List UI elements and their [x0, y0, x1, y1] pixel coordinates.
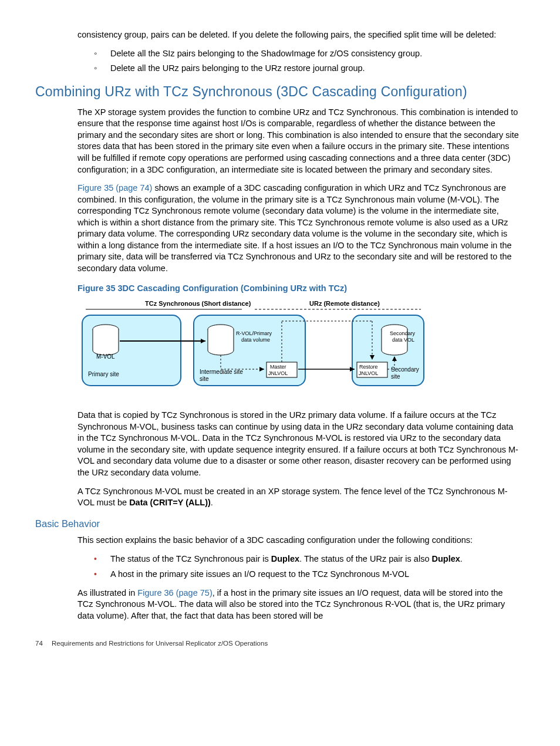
bold-text: Data (CRIT=Y (ALL)): [129, 498, 211, 507]
rvol-label: R-VOL/Primary: [236, 330, 272, 336]
intro-sublist: ◦Delete all the SIz pairs belonging to t…: [94, 48, 525, 75]
intro-para: consistency group, pairs can be deleted.…: [77, 29, 519, 41]
svg-text:Restore: Restore: [359, 364, 378, 370]
figure-caption: Figure 35 3DC Cascading Configuration (C…: [77, 283, 519, 295]
subsection-heading: Basic Behavior: [35, 517, 525, 530]
list-item: The status of the TCz Synchronous pair i…: [110, 553, 525, 565]
sublist-item: Delete all the SIz pairs belonging to th…: [110, 48, 525, 60]
bullet-list: • The status of the TCz Synchronous pair…: [94, 553, 525, 580]
figure-35-diagram: TCz Synchronous (Short distance) URz (Re…: [77, 299, 430, 401]
body-text: .: [211, 498, 213, 507]
body-text: shows an example of a 3DC cascading conf…: [77, 183, 512, 273]
intermediate-label: Intermediate site: [200, 369, 243, 375]
page-footer: 74 Requirements and Restrictions for Uni…: [35, 639, 525, 649]
secondary-site-label: Secondary: [391, 366, 419, 373]
svg-text:data volume: data volume: [241, 337, 270, 343]
svg-text:Secondary: Secondary: [390, 330, 416, 336]
figure-link[interactable]: Figure 36 (page 75): [137, 588, 212, 598]
svg-text:site: site: [200, 376, 209, 382]
svg-text:JNLVOL: JNLVOL: [359, 370, 378, 376]
svg-text:Master: Master: [270, 364, 286, 370]
svg-text:data VOL: data VOL: [392, 337, 414, 343]
list-item: A host in the primary site issues an I/O…: [110, 569, 525, 580]
body-para: This section explains the basic behavior…: [77, 535, 519, 546]
svg-text:JNLVOL: JNLVOL: [268, 370, 288, 376]
body-para: The XP storage system provides the funct…: [77, 107, 519, 175]
bullet-icon: •: [94, 569, 110, 580]
footer-title: Requirements and Restrictions for Univer…: [52, 639, 268, 649]
tcz-label: TCz Synchronous (Short distance): [145, 300, 251, 307]
body-text: As illustrated in: [77, 588, 137, 598]
page-number: 74: [35, 639, 52, 649]
ring-bullet-icon: ◦: [94, 48, 110, 60]
section-heading: Combining URz with TCz Synchronous (3DC …: [35, 83, 525, 101]
sublist-item: Delete all the URz pairs belonging to th…: [110, 63, 525, 75]
mvol-label: M-VOL: [96, 353, 115, 360]
body-para: Figure 35 (page 74) shows an example of …: [77, 183, 519, 275]
primary-site-label: Primary site: [88, 371, 119, 377]
ring-bullet-icon: ◦: [94, 63, 110, 75]
figure-link[interactable]: Figure 35 (page 74): [77, 183, 152, 193]
svg-text:site: site: [391, 373, 400, 380]
bullet-icon: •: [94, 553, 110, 565]
body-para: As illustrated in Figure 36 (page 75), i…: [77, 588, 519, 622]
urz-label: URz (Remote distance): [309, 300, 380, 307]
body-para: Data that is copied by TCz Synchronous i…: [77, 410, 519, 478]
body-para: A TCz Synchronous M-VOL must be created …: [77, 486, 519, 509]
